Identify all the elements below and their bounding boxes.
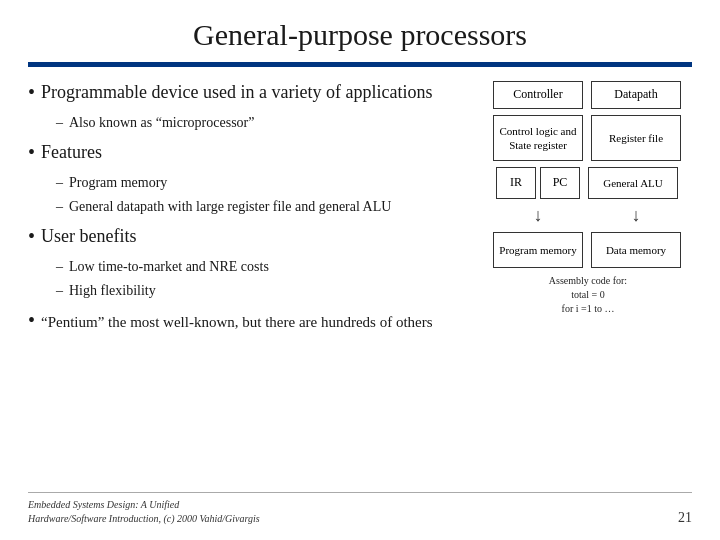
slide-title: General-purpose processors <box>28 18 692 52</box>
bullet-1: • Programmable device used in a variety … <box>28 79 472 106</box>
control-logic-box: Control logic and State register <box>493 115 583 161</box>
sub-bullet-2-1-text: Program memory <box>69 172 167 193</box>
code-line1: total = 0 <box>571 289 604 300</box>
program-memory-label: Program memory <box>499 243 576 257</box>
ir-box: IR <box>496 167 536 199</box>
general-alu-box: General ALU <box>588 167 678 199</box>
footer-citation-text: Embedded Systems Design: A UnifiedHardwa… <box>28 499 260 524</box>
ir-pc-group: IR PC <box>496 167 580 199</box>
bullet-dot-4: • <box>28 307 35 333</box>
diagram-header-row: Controller Datapath <box>482 81 692 109</box>
sub-bullet-2-1: Program memory <box>56 172 472 193</box>
general-alu-label: General ALU <box>603 176 663 190</box>
content-area: • Programmable device used in a variety … <box>28 79 692 484</box>
controller-label: Controller <box>513 87 562 103</box>
code-line2: for i =1 to … <box>562 303 615 314</box>
diagram-row-4: Program memory Data memory <box>482 232 692 268</box>
bullet-4-text: “Pentium” the most well-known, but there… <box>41 311 433 334</box>
sub-bullets-2: Program memory General datapath with lar… <box>56 172 472 217</box>
register-file-box: Register file <box>591 115 681 161</box>
sub-bullets-1: Also known as “microprocessor” <box>56 112 472 133</box>
right-column: Controller Datapath Control logic and St… <box>482 79 692 484</box>
left-column: • Programmable device used in a variety … <box>28 79 482 484</box>
bullet-3: • User benefits <box>28 223 472 250</box>
sub-bullet-3-1-text: Low time-to-market and NRE costs <box>69 256 269 277</box>
bullet-dot-2: • <box>28 139 35 165</box>
pc-box: PC <box>540 167 580 199</box>
pc-label: PC <box>553 175 568 191</box>
sub-bullet-3-1: Low time-to-market and NRE costs <box>56 256 472 277</box>
datapath-label: Datapath <box>614 87 657 103</box>
data-memory-label: Data memory <box>606 243 666 257</box>
controller-box: Controller <box>493 81 583 109</box>
slide: General-purpose processors • Programmabl… <box>0 0 720 540</box>
sub-bullet-2-2: General datapath with large register fil… <box>56 196 472 217</box>
control-logic-label: Control logic and State register <box>499 124 577 153</box>
footer: Embedded Systems Design: A UnifiedHardwa… <box>28 492 692 526</box>
program-memory-box: Program memory <box>493 232 583 268</box>
datapath-box: Datapath <box>591 81 681 109</box>
sub-bullet-3-2: High flexibility <box>56 280 472 301</box>
bullet-1-text: Programmable device used in a variety of… <box>41 79 432 106</box>
arrow-left: ↓ <box>493 205 583 226</box>
bullet-3-text: User benefits <box>41 223 136 250</box>
sub-bullets-3: Low time-to-market and NRE costs High fl… <box>56 256 472 301</box>
footer-page-number: 21 <box>678 510 692 526</box>
sub-bullet-2-2-text: General datapath with large register fil… <box>69 196 391 217</box>
assembly-label: Assembly code for: <box>549 275 627 286</box>
sub-bullet-3-2-text: High flexibility <box>69 280 156 301</box>
assembly-code-area: Assembly code for: total = 0 for i =1 to… <box>482 274 692 316</box>
diagram-row-3: IR PC General ALU <box>482 167 692 199</box>
diagram-row-2: Control logic and State register Registe… <box>482 115 692 161</box>
bullet-2-text: Features <box>41 139 102 166</box>
arrow-right-col: ↓ <box>591 205 681 226</box>
down-arrow-left-icon: ↓ <box>534 205 543 226</box>
sub-bullet-1-1-text: Also known as “microprocessor” <box>69 112 254 133</box>
arrows-row: ↓ ↓ <box>482 205 692 226</box>
bullet-2: • Features <box>28 139 472 166</box>
register-file-label: Register file <box>609 131 663 145</box>
ir-label: IR <box>510 175 522 191</box>
bullet-dot-1: • <box>28 79 35 105</box>
down-arrow-right-icon: ↓ <box>632 205 641 226</box>
bullet-4: • “Pentium” the most well-known, but the… <box>28 307 472 334</box>
footer-citation: Embedded Systems Design: A UnifiedHardwa… <box>28 498 260 526</box>
sub-bullet-1-1: Also known as “microprocessor” <box>56 112 472 133</box>
data-memory-box: Data memory <box>591 232 681 268</box>
bullet-dot-3: • <box>28 223 35 249</box>
blue-divider <box>28 62 692 67</box>
